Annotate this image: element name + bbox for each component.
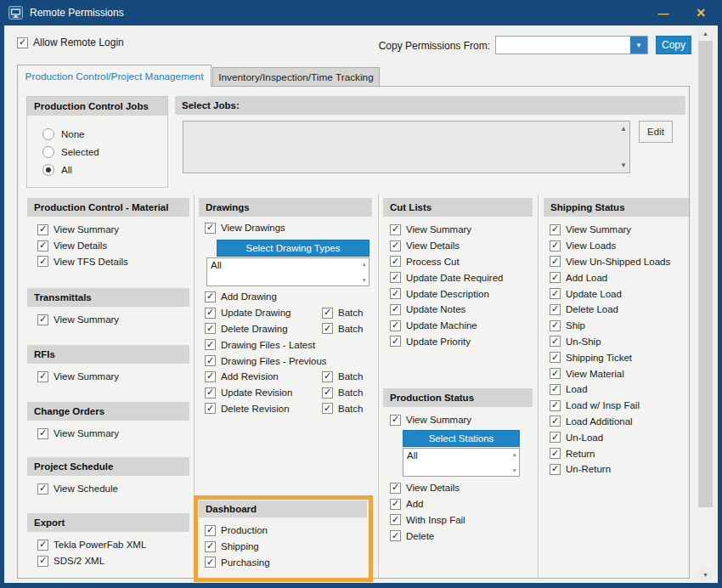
checkbox-checked-icon[interactable] — [17, 37, 28, 48]
permission-row[interactable]: Update Drawing Batch — [205, 305, 375, 321]
jobs-radio-all[interactable]: All — [42, 163, 72, 177]
permission-row[interactable]: Delete Load — [550, 302, 670, 318]
permission-row[interactable]: SDS/2 XML — [37, 553, 146, 569]
scrollbar-up-icon[interactable]: ▲ — [698, 26, 713, 40]
permission-row[interactable]: Add Load — [550, 269, 670, 286]
permission-row[interactable]: View Details — [390, 480, 465, 496]
checkbox-checked-icon[interactable] — [322, 323, 333, 334]
checkbox-checked-icon[interactable] — [37, 314, 48, 325]
checkbox-checked-icon[interactable] — [37, 483, 48, 495]
scrollbar-down-icon[interactable]: ▼ — [698, 568, 713, 581]
permission-row[interactable]: Update Priority — [390, 334, 503, 350]
copy-button[interactable]: Copy — [656, 36, 691, 54]
vertical-scrollbar[interactable]: ▲ ▼ — [698, 26, 713, 581]
checkbox-checked-icon[interactable] — [550, 368, 561, 379]
batch-option[interactable]: Batch — [322, 387, 363, 399]
checkbox-checked-icon[interactable] — [390, 224, 401, 235]
checkbox-checked-icon[interactable] — [205, 541, 216, 552]
close-icon[interactable]: ✕ — [686, 0, 715, 25]
batch-option[interactable]: Batch — [322, 403, 363, 414]
checkbox-checked-icon[interactable] — [390, 530, 401, 541]
permission-row[interactable]: View Summary — [390, 222, 503, 238]
permission-row[interactable]: View Details — [37, 238, 128, 254]
checkbox-checked-icon[interactable] — [37, 240, 48, 252]
checkbox-checked-icon[interactable] — [550, 384, 561, 395]
permission-row[interactable]: Add — [390, 496, 465, 512]
checkbox-checked-icon[interactable] — [550, 256, 561, 267]
radio-icon[interactable] — [42, 128, 54, 140]
permission-row[interactable]: View Material — [550, 365, 670, 382]
checkbox-checked-icon[interactable] — [37, 540, 48, 551]
permission-row[interactable]: Update Machine — [390, 318, 503, 334]
checkbox-checked-icon[interactable] — [205, 371, 216, 382]
tab-inventory-inspection-time-tracking[interactable]: Inventory/Inspection/Time Tracking — [212, 67, 380, 87]
permission-row[interactable]: Process Cut — [390, 254, 503, 270]
checkbox-checked-icon[interactable] — [550, 272, 561, 283]
permission-row[interactable]: Un-Load — [550, 429, 670, 445]
checkbox-checked-icon[interactable] — [390, 240, 401, 252]
checkbox-checked-icon[interactable] — [37, 256, 48, 267]
checkbox-checked-icon[interactable] — [550, 288, 561, 299]
checkbox-checked-icon[interactable] — [550, 400, 561, 411]
checkbox-checked-icon[interactable] — [205, 403, 216, 414]
checkbox-checked-icon[interactable] — [37, 371, 48, 382]
scrollbar-thumb[interactable] — [698, 41, 713, 507]
checkbox-checked-icon[interactable] — [390, 256, 401, 267]
scroll-up-icon[interactable]: ▲ — [620, 125, 627, 133]
permission-row[interactable]: Ship — [550, 318, 670, 334]
allow-remote-login-option[interactable]: Allow Remote Login — [17, 37, 124, 48]
checkbox-checked-icon[interactable] — [322, 403, 333, 414]
checkbox-checked-icon[interactable] — [390, 483, 401, 494]
edit-button[interactable]: Edit — [639, 121, 673, 143]
checkbox-checked-icon[interactable] — [390, 336, 401, 347]
copy-permissions-from-select[interactable]: ▼ — [495, 36, 648, 54]
permission-row[interactable]: View Details — [390, 238, 503, 254]
production-status-view-summary-row[interactable]: View Summary — [390, 412, 471, 428]
checkbox-checked-icon[interactable] — [390, 272, 401, 283]
permission-row[interactable]: Un-Return — [550, 461, 670, 478]
checkbox-checked-icon[interactable] — [322, 371, 333, 382]
checkbox-checked-icon[interactable] — [390, 304, 401, 315]
chevron-down-icon[interactable]: ▼ — [630, 37, 647, 54]
scroll-down-icon[interactable]: ▼ — [620, 161, 627, 169]
checkbox-checked-icon[interactable] — [550, 352, 561, 363]
permission-row[interactable]: Update Revision Batch — [205, 385, 375, 401]
checkbox-checked-icon[interactable] — [550, 240, 561, 252]
permission-row[interactable]: Update Date Required — [390, 269, 503, 286]
checkbox-checked-icon[interactable] — [205, 557, 216, 568]
batch-option[interactable]: Batch — [322, 308, 363, 319]
checkbox-checked-icon[interactable] — [550, 464, 561, 475]
batch-option[interactable]: Batch — [322, 371, 363, 382]
view-drawings-row[interactable]: View Drawings — [205, 220, 285, 236]
permission-row[interactable]: Load w/ Insp Fail — [550, 398, 670, 414]
permission-row[interactable]: Return — [550, 445, 670, 461]
permission-row[interactable]: Update Description — [390, 286, 503, 302]
permission-row[interactable]: Add Revision Batch — [205, 369, 375, 385]
checkbox-checked-icon[interactable] — [205, 308, 216, 319]
permission-row[interactable]: Purchasing — [205, 555, 270, 571]
checkbox-checked-icon[interactable] — [550, 304, 561, 315]
checkbox-checked-icon[interactable] — [390, 514, 401, 525]
permission-row[interactable]: View Summary — [37, 369, 119, 385]
permission-row[interactable]: Delete Drawing Batch — [205, 321, 375, 337]
checkbox-checked-icon[interactable] — [205, 355, 216, 366]
checkbox-checked-icon[interactable] — [205, 339, 216, 350]
select-stations-button[interactable]: Select Stations — [403, 430, 520, 447]
checkbox-checked-icon[interactable] — [322, 387, 333, 399]
checkbox-checked-icon[interactable] — [550, 416, 561, 427]
checkbox-checked-icon[interactable] — [550, 432, 561, 443]
checkbox-checked-icon[interactable] — [550, 336, 561, 347]
checkbox-checked-icon[interactable] — [37, 556, 48, 567]
checkbox-checked-icon[interactable] — [550, 448, 561, 459]
select-drawing-types-button[interactable]: Select Drawing Types — [217, 240, 369, 257]
permission-row[interactable]: View Loads — [550, 238, 670, 254]
mini-scroll-arrows[interactable]: ▲▼ — [512, 449, 517, 476]
permission-row[interactable]: Update Notes — [390, 302, 503, 318]
select-jobs-list[interactable]: ▲ ▼ — [183, 121, 630, 173]
drawing-types-list[interactable]: All ▲▼ — [206, 257, 369, 286]
checkbox-checked-icon[interactable] — [205, 525, 216, 536]
checkbox-checked-icon[interactable] — [390, 499, 401, 510]
checkbox-checked-icon[interactable] — [37, 428, 48, 439]
checkbox-checked-icon[interactable] — [322, 308, 333, 319]
checkbox-checked-icon[interactable] — [550, 320, 561, 331]
